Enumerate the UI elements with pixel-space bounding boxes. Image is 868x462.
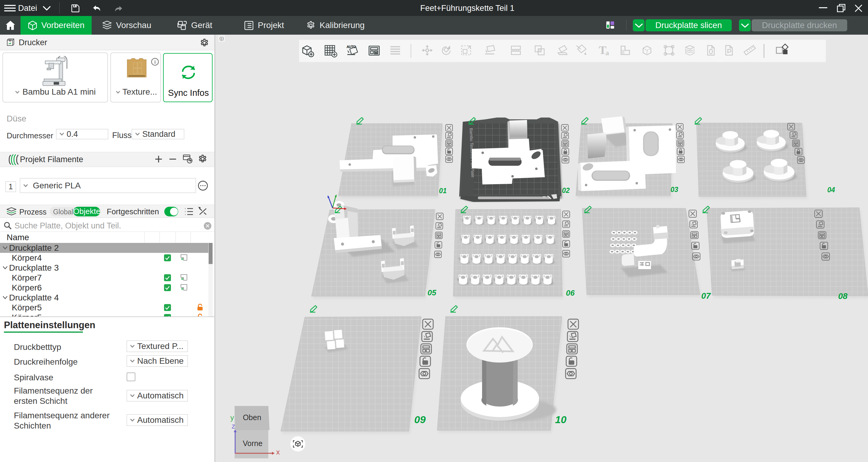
svg-text:02: 02 xyxy=(562,187,570,194)
svg-text:04: 04 xyxy=(827,186,835,194)
svg-text:a: a xyxy=(606,49,609,57)
svg-text:05: 05 xyxy=(428,288,436,297)
svg-text:09: 09 xyxy=(414,414,426,425)
svg-text:y: y xyxy=(230,414,234,422)
svg-text:i: i xyxy=(154,59,156,65)
svg-text:07: 07 xyxy=(701,291,711,300)
svg-text:10: 10 xyxy=(555,414,566,425)
svg-text:⟨|⟩: ⟨|⟩ xyxy=(219,36,224,41)
svg-text:AUTO: AUTO xyxy=(347,45,356,48)
svg-text:Oben: Oben xyxy=(243,413,261,422)
svg-text:Vorne: Vorne xyxy=(243,439,262,448)
svg-text:06: 06 xyxy=(566,288,575,297)
svg-text:08: 08 xyxy=(838,291,848,301)
svg-text:z: z xyxy=(231,422,235,430)
svg-text:03: 03 xyxy=(671,186,678,194)
svg-text:x: x xyxy=(276,448,280,456)
svg-text:01: 01 xyxy=(439,187,447,195)
